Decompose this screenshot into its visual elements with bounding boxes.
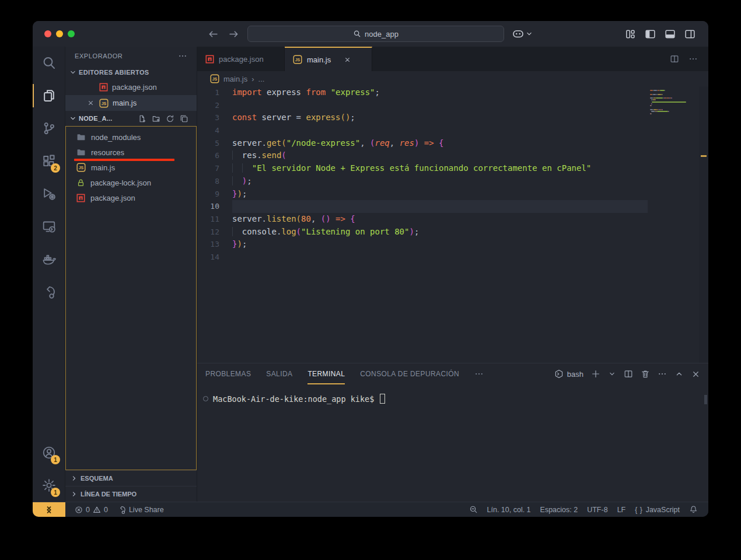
- activity-source-control[interactable]: [33, 112, 65, 145]
- tab-package.json[interactable]: package.json: [197, 47, 285, 71]
- panel-tab-salida[interactable]: SALIDA: [266, 363, 292, 384]
- code-line-5[interactable]: 5server.get("/node-express", (req, res) …: [197, 137, 648, 150]
- kill-terminal-icon[interactable]: [641, 369, 650, 379]
- project-section[interactable]: NODE_A...: [65, 111, 197, 126]
- section-l-nea-de-tiempo[interactable]: LÍNEA DE TIEMPO: [65, 486, 197, 502]
- customize-layout-icon[interactable]: [625, 29, 636, 40]
- close-tab-icon[interactable]: [344, 56, 351, 64]
- cursor-position-status[interactable]: Lín. 10, col. 1: [483, 502, 536, 517]
- bottom-panel: PROBLEMASSALIDATERMINALCONSOLA DE DEPURA…: [197, 363, 708, 502]
- open-editor-package.json[interactable]: package.json: [65, 79, 197, 95]
- code-line-8[interactable]: 8 );: [197, 175, 648, 188]
- activity-docker[interactable]: [33, 243, 65, 275]
- tree-item-main.js[interactable]: JSmain.js: [66, 160, 196, 175]
- line-number: 7: [197, 162, 232, 175]
- tab-main.js[interactable]: JSmain.js: [285, 47, 372, 71]
- new-folder-icon[interactable]: [152, 114, 160, 123]
- forward-arrow-icon[interactable]: [228, 29, 239, 40]
- panel-tab-consola-de-depuraci-n[interactable]: CONSOLA DE DEPURACIÓN: [360, 363, 459, 384]
- section-esquema[interactable]: ESQUEMA: [65, 470, 197, 486]
- new-file-icon[interactable]: [138, 114, 146, 123]
- code-line-13[interactable]: 13});: [197, 238, 648, 251]
- terminal-shell-label[interactable]: bash: [554, 369, 583, 379]
- zoom-out-status[interactable]: [464, 502, 483, 517]
- notifications-bell[interactable]: [684, 502, 702, 517]
- maximize-panel-icon[interactable]: [674, 369, 684, 379]
- collapse-all-icon[interactable]: [180, 114, 188, 123]
- tab-label: package.json: [219, 55, 264, 64]
- panel-views-more-icon[interactable]: [658, 369, 667, 379]
- indentation-status[interactable]: Espacios: 2: [536, 502, 583, 517]
- code-editor[interactable]: 1import express from "express";23const s…: [197, 86, 708, 363]
- activity-run-debug[interactable]: [33, 177, 65, 210]
- refresh-icon[interactable]: [166, 114, 174, 123]
- title-bar: node_app: [33, 21, 708, 47]
- npm-file-icon: [99, 83, 108, 92]
- code-line-2[interactable]: 2: [197, 99, 648, 112]
- terminal-dropdown-icon[interactable]: [608, 370, 616, 378]
- line-number: 9: [197, 188, 232, 201]
- tree-item-label: main.js: [91, 163, 115, 172]
- code-line-4[interactable]: 4: [197, 124, 648, 137]
- eol-status[interactable]: LF: [613, 502, 631, 517]
- error-icon: [75, 506, 83, 514]
- breadcrumb[interactable]: JS main.js › ...: [197, 71, 708, 86]
- split-terminal-icon[interactable]: [624, 369, 633, 379]
- tree-item-node_modules[interactable]: node_modules: [66, 130, 196, 145]
- line-number: 14: [197, 251, 232, 264]
- editor-more-actions-icon[interactable]: [688, 54, 698, 64]
- code-line-11[interactable]: 11server.listen(80, () => {: [197, 213, 648, 226]
- tree-item-package.json[interactable]: package.json: [66, 190, 196, 205]
- language-mode-status[interactable]: { } JavaScript: [630, 502, 684, 517]
- problems-status[interactable]: 0 0: [70, 502, 113, 517]
- close-window-button[interactable]: [44, 30, 51, 37]
- line-number: 2: [197, 99, 232, 112]
- terminal-scrollbar[interactable]: [704, 395, 707, 404]
- tree-item-label: node_modules: [91, 133, 141, 142]
- activity-live-share[interactable]: [33, 275, 65, 308]
- panel-tab-terminal[interactable]: TERMINAL: [307, 363, 345, 384]
- code-line-9[interactable]: 9});: [197, 188, 648, 201]
- code-line-3[interactable]: 3const server = express();: [197, 111, 648, 124]
- minimap[interactable]: [648, 86, 699, 363]
- panel-tab-problemas[interactable]: PROBLEMAS: [205, 363, 251, 384]
- activity-search[interactable]: [33, 47, 65, 79]
- live-share-status[interactable]: Live Share: [113, 502, 169, 517]
- activity-accounts[interactable]: 1: [33, 436, 65, 469]
- split-editor-icon[interactable]: [670, 54, 679, 64]
- activity-extensions[interactable]: 2: [33, 145, 65, 177]
- breadcrumb-file[interactable]: main.js: [223, 75, 247, 83]
- panel-more-icon[interactable]: [474, 369, 484, 379]
- toggle-primary-sidebar-icon[interactable]: [645, 29, 656, 40]
- command-center-search[interactable]: node_app: [247, 26, 504, 42]
- tree-item-package-lock.json[interactable]: package-lock.json: [66, 175, 196, 190]
- explorer-more-actions-icon[interactable]: [178, 51, 187, 61]
- line-number: 10: [197, 200, 232, 213]
- activity-settings[interactable]: 1: [33, 469, 65, 502]
- zoom-window-button[interactable]: [68, 30, 75, 37]
- toggle-secondary-sidebar-icon[interactable]: [684, 29, 695, 40]
- code-line-12[interactable]: 12 console.log("Listening on port 80");: [197, 226, 648, 239]
- activity-remote-explorer[interactable]: [33, 210, 65, 243]
- code-line-14[interactable]: 14: [197, 251, 648, 264]
- remote-indicator[interactable]: [33, 502, 65, 517]
- toggle-panel-icon[interactable]: [665, 29, 676, 40]
- encoding-status[interactable]: UTF-8: [582, 502, 612, 517]
- open-editors-section[interactable]: EDITORES ABIERTOS: [65, 65, 197, 79]
- code-line-10[interactable]: 10: [197, 200, 648, 213]
- copilot-menu[interactable]: [512, 28, 533, 40]
- new-terminal-icon[interactable]: [591, 369, 600, 379]
- code-line-6[interactable]: 6 res.send(: [197, 149, 648, 162]
- back-arrow-icon[interactable]: [208, 29, 219, 40]
- activity-explorer[interactable]: [33, 79, 65, 112]
- tree-item-label: package-lock.json: [90, 178, 151, 187]
- code-line-1[interactable]: 1import express from "express";: [197, 86, 648, 99]
- terminal[interactable]: MacBook-Air-de-kike:node_app kike$: [197, 384, 708, 502]
- code-line-7[interactable]: 7 "El servidor Node + Express está funci…: [197, 162, 648, 175]
- close-panel-icon[interactable]: [691, 370, 700, 379]
- open-editor-main.js[interactable]: JSmain.js: [65, 95, 197, 111]
- breadcrumb-tail[interactable]: ...: [258, 75, 265, 83]
- close-editor-icon[interactable]: [86, 99, 95, 107]
- tree-item-resources[interactable]: resources: [66, 145, 196, 160]
- minimize-window-button[interactable]: [56, 30, 63, 37]
